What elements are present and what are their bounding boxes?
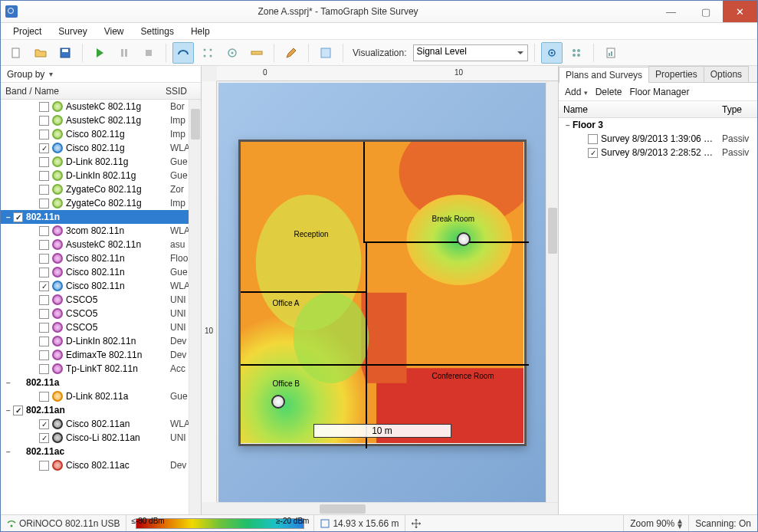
checkbox[interactable] (39, 281, 49, 291)
menu-project[interactable]: Project (5, 25, 49, 38)
zoom-status[interactable]: Zoom 90% ▴▾ (624, 515, 688, 531)
floor-manager-button[interactable]: Floor Manager (629, 87, 689, 97)
checkbox[interactable] (13, 406, 23, 415)
groupby-dropdown[interactable]: Group by ▾ (1, 66, 201, 83)
move-tool[interactable] (405, 515, 427, 531)
ap-item[interactable]: Cisco 802.11anWLA (1, 417, 201, 431)
checkbox[interactable] (39, 240, 49, 250)
edit-button[interactable] (281, 42, 302, 64)
ap-item[interactable]: AsustekC 802.11gBor (1, 100, 201, 113)
close-button[interactable]: ✕ (723, 1, 757, 22)
ap-item[interactable]: Cisco 802.11nGue (1, 265, 201, 279)
checkbox[interactable] (39, 461, 49, 471)
checkbox[interactable] (39, 392, 49, 402)
ap-item[interactable]: CSCO5UNI (1, 320, 201, 334)
menu-help[interactable]: Help (183, 25, 218, 38)
add-button[interactable]: Add ▾ (565, 87, 588, 97)
ap-item[interactable]: CSCO5UNI (1, 293, 201, 307)
checkbox[interactable] (588, 148, 598, 158)
point-mode-button[interactable] (197, 42, 218, 64)
checkbox[interactable] (39, 157, 49, 167)
ap-group[interactable]: −802.11a (1, 376, 201, 389)
survey-item[interactable]: Survey 8/9/2013 2:28:52 …Passiv (559, 146, 757, 159)
checkbox[interactable] (39, 337, 49, 346)
ap-item[interactable]: Cisco 802.11nFloo (1, 251, 201, 265)
checkbox[interactable] (39, 116, 49, 126)
ap-group[interactable]: −802.11ac (1, 445, 201, 458)
tab-properties[interactable]: Properties (648, 66, 704, 82)
ap-item[interactable]: D-LinkIn 802.11nDev (1, 334, 201, 348)
ap-group[interactable]: −802.11n (1, 210, 201, 224)
checkbox[interactable] (39, 295, 49, 305)
visualization-select[interactable]: Signal Level (413, 44, 528, 61)
checkbox[interactable] (39, 185, 49, 195)
ap-item[interactable]: Cisco-Li 802.11anUNI (1, 431, 201, 445)
col-name[interactable]: Name (559, 104, 722, 115)
access-point-icon[interactable] (457, 232, 471, 246)
ap-group[interactable]: −802.11an (1, 403, 201, 417)
surveys-tree[interactable]: −Floor 3Survey 8/9/2013 1:39:06 …PassivS… (559, 118, 757, 159)
tab-options[interactable]: Options (704, 66, 749, 82)
access-point-icon[interactable] (271, 395, 285, 409)
checkbox[interactable] (39, 254, 49, 264)
ruler-button[interactable] (246, 42, 267, 64)
col-ssid[interactable]: SSID (166, 86, 201, 97)
save-button[interactable] (54, 42, 76, 64)
stop-button[interactable] (138, 42, 159, 64)
pause-button[interactable] (113, 42, 135, 64)
canvas-scroll-h[interactable] (217, 502, 558, 514)
ap-item[interactable]: CSCO5UNI (1, 307, 201, 320)
minimize-button[interactable]: — (654, 1, 688, 22)
open-button[interactable] (30, 42, 51, 64)
checkbox[interactable] (39, 226, 49, 236)
single-ap-button[interactable] (541, 42, 563, 64)
ap-item[interactable]: AsustekC 802.11nasu (1, 238, 201, 251)
checkbox[interactable] (39, 143, 49, 153)
checkbox[interactable] (39, 309, 49, 319)
ap-tree[interactable]: AsustekC 802.11gBorAsustekC 802.11gImpCi… (1, 100, 201, 514)
floor-group[interactable]: −Floor 3 (559, 118, 757, 132)
ap-item[interactable]: Cisco 802.11acDev (1, 458, 201, 472)
col-type[interactable]: Type (722, 104, 757, 115)
checkbox[interactable] (39, 433, 49, 443)
checkbox[interactable] (39, 323, 49, 333)
gps-button[interactable] (221, 42, 243, 64)
checkbox[interactable] (39, 350, 49, 360)
checkbox[interactable] (39, 419, 49, 429)
ap-item[interactable]: D-LinkIn 802.11gGue (1, 169, 201, 182)
menu-view[interactable]: View (97, 25, 132, 38)
play-button[interactable] (89, 42, 110, 64)
ap-item[interactable]: Tp-LinkT 802.11nAcc (1, 362, 201, 376)
col-band-name[interactable]: Band / Name (1, 86, 166, 97)
ap-item[interactable]: Cisco 802.11nWLA (1, 279, 201, 293)
survey-item[interactable]: Survey 8/9/2013 1:39:06 …Passiv (559, 132, 757, 146)
rf-planner-button[interactable] (315, 42, 336, 64)
checkbox[interactable] (39, 199, 49, 209)
menu-settings[interactable]: Settings (133, 25, 182, 38)
ap-item[interactable]: AsustekC 802.11gImp (1, 113, 201, 127)
ap-item[interactable]: D-Link 802.11gGue (1, 155, 201, 169)
checkbox[interactable] (39, 102, 49, 112)
left-scrollbar[interactable] (189, 100, 201, 514)
ap-item[interactable]: ZygateCo 802.11gImp (1, 196, 201, 210)
tab-plans[interactable]: Plans and Surveys (559, 67, 649, 83)
canvas-scroll-v[interactable] (546, 81, 558, 502)
new-button[interactable] (5, 42, 27, 64)
ap-item[interactable]: 3com 802.11nWLA (1, 224, 201, 238)
ap-item[interactable]: Cisco 802.11gWLA (1, 141, 201, 155)
ap-item[interactable]: Cisco 802.11gImp (1, 127, 201, 141)
ap-item[interactable]: D-Link 802.11aGue (1, 389, 201, 403)
checkbox[interactable] (39, 171, 49, 181)
checkbox[interactable] (39, 364, 49, 374)
continuous-mode-button[interactable] (172, 42, 194, 64)
checkbox[interactable] (39, 130, 49, 140)
ap-item[interactable]: EdimaxTe 802.11nDev (1, 348, 201, 362)
canvas[interactable]: Reception Break Room Office A Office B C… (218, 83, 546, 502)
menu-survey[interactable]: Survey (51, 25, 94, 38)
checkbox[interactable] (13, 212, 23, 222)
multi-ap-button[interactable] (566, 42, 587, 64)
ap-item[interactable]: ZygateCo 802.11gZor (1, 182, 201, 196)
delete-button[interactable]: Delete (596, 87, 622, 97)
checkbox[interactable] (39, 268, 49, 277)
report-button[interactable] (600, 42, 622, 64)
